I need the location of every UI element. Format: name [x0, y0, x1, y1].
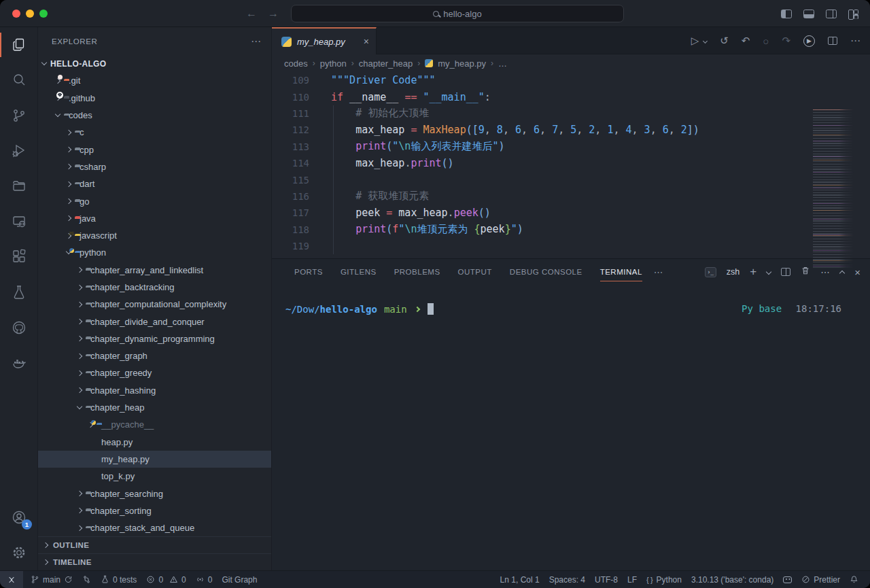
breadcrumb-item[interactable]: codes [284, 58, 308, 69]
breadcrumb-item[interactable]: python [320, 58, 347, 69]
tree-item--github[interactable]: .github [38, 90, 271, 107]
tree-item-chapter-array-and-linkedlist[interactable]: chapter_array_and_linkedlist [38, 262, 271, 279]
code-line-110[interactable]: 110if __name__ == "__main__": [272, 88, 870, 105]
tree-item-cpp[interactable]: cpp [38, 141, 271, 158]
code-line-112[interactable]: 112 max_heap = MaxHeap([9, 8, 6, 6, 7, 5… [272, 122, 870, 138]
breadcrumb-item[interactable]: my_heap.py [438, 58, 486, 69]
editor-more-actions-icon[interactable]: ⋯ [850, 35, 860, 47]
toggle-secondary-sidebar-icon[interactable] [826, 10, 837, 18]
explorer-more-actions-icon[interactable]: ⋯ [251, 35, 262, 48]
broadcast-status[interactable]: 0 [191, 571, 218, 588]
code-line-113[interactable]: 113 print("\n输入列表并建堆后") [272, 139, 870, 155]
terminal-dropdown-icon[interactable] [766, 269, 771, 275]
tree-item-dart[interactable]: dart [38, 175, 271, 192]
jump-back-icon[interactable]: ↶ [742, 35, 750, 47]
copilot-icon[interactable] [778, 571, 797, 588]
tree-item-chapter-dynamic-programming[interactable]: chapter_dynamic_programming [38, 330, 271, 347]
tree-item--git[interactable]: .git [38, 72, 271, 89]
tab-problems[interactable]: PROBLEMS [385, 259, 449, 285]
split-terminal-icon[interactable] [781, 268, 790, 276]
code-line-119[interactable]: 119 [272, 238, 870, 254]
nav-forward-icon[interactable]: → [268, 7, 279, 20]
tree-item-java[interactable]: java [38, 210, 271, 227]
toggle-sidebar-icon[interactable] [781, 10, 792, 18]
accounts-icon[interactable]: 1 [0, 500, 37, 535]
settings-gear-icon[interactable] [0, 535, 37, 570]
search-view-icon[interactable] [0, 63, 37, 98]
run-interactive-icon[interactable]: ▶ [803, 35, 815, 47]
toggle-panel-icon[interactable] [803, 10, 814, 18]
minimize-window-button[interactable] [26, 10, 34, 18]
indentation-status[interactable]: Spaces: 4 [544, 571, 590, 588]
tree-item-heap-py[interactable]: heap.py [38, 434, 271, 451]
code-line-111[interactable]: 111 # 初始化大顶堆 [272, 105, 870, 122]
code-line-116[interactable]: 116 # 获取堆顶元素 [272, 188, 870, 205]
panel-more-actions-icon[interactable]: ⋯ [820, 266, 830, 277]
tree-item-chapter-searching[interactable]: chapter_searching [38, 485, 271, 502]
run-python-file-icon[interactable]: ▷ [691, 35, 699, 47]
nav-back-icon[interactable]: ← [246, 7, 257, 20]
tree-item-javascript[interactable]: javascript [38, 227, 271, 244]
code-line-118[interactable]: 118 print(f"\n堆顶元素为 {peek}") [272, 222, 870, 238]
panel-tabs-more-icon[interactable]: ⋯ [654, 266, 664, 277]
tree-item-hello-algo[interactable]: HELLO-ALGO [38, 55, 271, 72]
tree-item-chapter-greedy[interactable]: chapter_greedy [38, 364, 271, 381]
timeline-section[interactable]: TIMELINE [38, 553, 271, 570]
history-icon[interactable]: ↺ [720, 35, 729, 47]
tab-output[interactable]: OUTPUT [449, 259, 501, 285]
tree-item-chapter-sorting[interactable]: chapter_sorting [38, 502, 271, 519]
tests-status[interactable]: 0 tests [96, 571, 141, 588]
split-editor-icon[interactable] [828, 37, 837, 45]
cursor-position-status[interactable]: Ln 1, Col 1 [495, 571, 544, 588]
tree-item-codes[interactable]: codes [38, 107, 271, 124]
folder-library-icon[interactable] [0, 169, 37, 204]
close-panel-icon[interactable]: × [854, 266, 860, 278]
tree-item-chapter-divide-and-conquer[interactable]: chapter_divide_and_conquer [38, 313, 271, 330]
git-compare-status[interactable] [77, 571, 96, 588]
code-line-117[interactable]: 117 peek = max_heap.peek() [272, 205, 870, 221]
tree-item-python[interactable]: python [38, 244, 271, 261]
new-terminal-icon[interactable]: + [750, 265, 756, 279]
tree-item-chapter-stack-and-queue[interactable]: chapter_stack_and_queue [38, 519, 271, 536]
run-debug-icon[interactable] [0, 133, 37, 169]
explorer-icon[interactable] [0, 27, 37, 63]
code-line-109[interactable]: 109"""Driver Code""" [272, 72, 870, 88]
notifications-bell-icon[interactable] [845, 571, 863, 588]
tab-terminal[interactable]: TERMINAL [591, 259, 651, 285]
close-window-button[interactable] [12, 10, 20, 18]
tree-item-my-heap-py[interactable]: my_heap.py [38, 451, 271, 468]
code-line-114[interactable]: 114 max_heap.print() [272, 155, 870, 171]
remote-explorer-icon[interactable] [0, 204, 37, 239]
source-control-icon[interactable] [0, 98, 37, 133]
tree-item-chapter-computational-complexity[interactable]: chapter_computational_complexity [38, 296, 271, 313]
tab-gitlens[interactable]: GITLENS [332, 259, 385, 285]
tab-my-heap-py[interactable]: my_heap.py × [272, 27, 377, 54]
tree-item--pycache-[interactable]: __pycache__ [38, 416, 271, 433]
testing-icon[interactable] [0, 275, 37, 310]
jump-forward-icon[interactable]: ↷ [782, 35, 790, 47]
tree-item-chapter-heap[interactable]: chapter_heap [38, 399, 271, 416]
prettier-status[interactable]: Prettier [797, 571, 845, 588]
tree-item-chapter-hashing[interactable]: chapter_hashing [38, 382, 271, 399]
tree-item-c[interactable]: c [38, 124, 271, 141]
git-graph-status[interactable]: Git Graph [217, 571, 262, 588]
code-editor[interactable]: 109"""Driver Code"""110if __name__ == "_… [272, 72, 870, 258]
extensions-icon[interactable] [0, 239, 37, 275]
customize-layout-icon[interactable] [848, 10, 859, 18]
breadcrumb-item[interactable]: chapter_heap [359, 58, 413, 69]
minimap[interactable] [813, 109, 855, 269]
tree-item-csharp[interactable]: csharp [38, 158, 271, 175]
github-icon[interactable] [0, 310, 37, 345]
remote-indicator[interactable] [0, 571, 23, 588]
code-line-115[interactable]: 115 [272, 171, 870, 188]
branch-status[interactable]: main [26, 571, 77, 588]
eol-status[interactable]: LF [623, 571, 642, 588]
tree-item-go[interactable]: go [38, 192, 271, 209]
tab-debug-console[interactable]: DEBUG CONSOLE [501, 259, 591, 285]
maximize-window-button[interactable] [39, 10, 48, 18]
language-mode-status[interactable]: { } Python [642, 571, 686, 588]
outline-section[interactable]: OUTLINE [38, 536, 271, 553]
tree-item-chapter-graph[interactable]: chapter_graph [38, 347, 271, 364]
problems-status[interactable]: 0 0 [141, 571, 190, 588]
nav-circle-icon[interactable]: ○ [763, 35, 769, 47]
